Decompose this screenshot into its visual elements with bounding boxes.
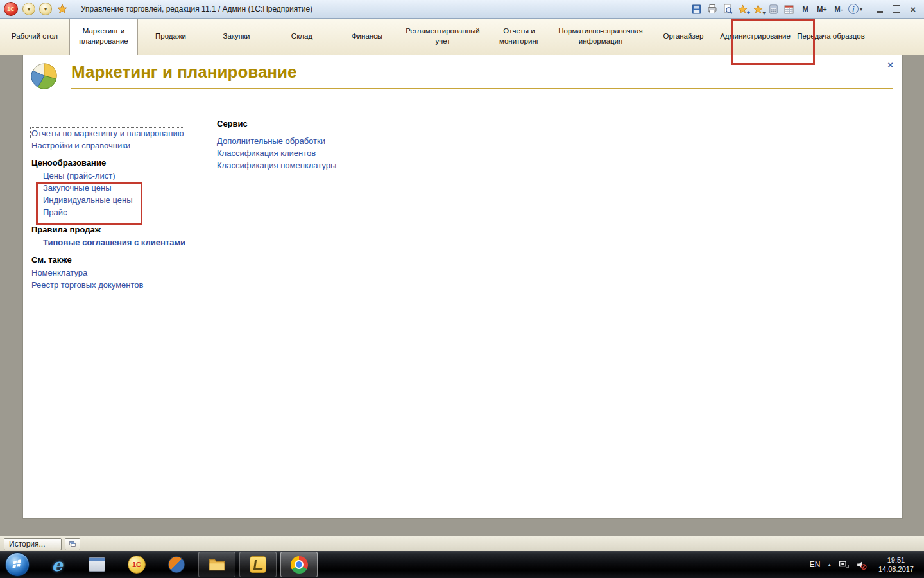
link-purchase-prices[interactable]: Закупочные цены	[43, 183, 112, 193]
start-button[interactable]	[5, 552, 30, 577]
help-menu-button[interactable]: i ▾	[848, 4, 862, 14]
tab-sample-transfer[interactable]: Передача образцов	[792, 18, 869, 55]
link-client-classification[interactable]: Классификация клиентов	[217, 148, 316, 158]
memory-button[interactable]: M	[797, 2, 814, 16]
tab-sales[interactable]: Продажи	[138, 18, 203, 55]
add-favorite-button[interactable]: +	[735, 2, 751, 16]
clock-date: 14.08.2017	[878, 565, 914, 574]
tab-regulated-accounting[interactable]: Регламентированный учет	[400, 18, 486, 55]
clock[interactable]: 19:51 14.08.2017	[878, 556, 914, 574]
workspace: Маркетинг и планирование × Отчеты по мар…	[0, 55, 924, 536]
panel-left-column: Отчеты по маркетингу и планированию Наст…	[31, 128, 218, 292]
sales-rules-header: Правила продаж	[31, 225, 218, 234]
status-bar: История...	[0, 536, 924, 552]
tab-organizer[interactable]: Органайзер	[649, 18, 718, 55]
network-status-button[interactable]	[839, 559, 850, 570]
see-also-header: См. также	[31, 255, 218, 265]
chevron-down-icon: ▾	[44, 6, 47, 12]
internet-explorer-icon: e	[51, 556, 62, 574]
system-tray: EN ▴ 19:51 14.08.2017	[810, 551, 924, 578]
chrome-icon-core	[296, 561, 302, 568]
taskbar-chrome-button[interactable]	[280, 552, 318, 577]
marketing-planning-panel: Маркетинг и планирование × Отчеты по мар…	[22, 55, 903, 519]
1c-app-icon: 1С	[128, 556, 146, 574]
link-prices-price-list[interactable]: Цены (прайс-лист)	[43, 171, 116, 180]
clock-time: 19:51	[878, 556, 914, 565]
calendar-icon	[784, 4, 794, 14]
app-window-icon	[89, 557, 105, 572]
link-nomenclature[interactable]: Номенклатура	[31, 268, 87, 277]
link-individual-prices[interactable]: Индивидуальные цены	[43, 195, 132, 205]
calculator-icon	[769, 4, 778, 14]
calculator-button[interactable]	[766, 2, 782, 16]
app-icon	[168, 556, 185, 573]
link-additional-processing[interactable]: Дополнительные обработки	[217, 136, 325, 146]
favorites-button[interactable]	[57, 4, 67, 14]
section-pie-icon	[31, 62, 58, 89]
save-icon	[692, 4, 701, 14]
1c-logo-text: 1С	[7, 6, 15, 12]
tab-desktop[interactable]: Рабочий стол	[0, 18, 69, 55]
panel-close-button[interactable]: ×	[887, 60, 893, 69]
printer-icon	[707, 4, 717, 14]
cascade-windows-icon	[69, 540, 76, 548]
volume-muted-icon	[856, 559, 867, 570]
link-settings-directories[interactable]: Настройки и справочники	[31, 141, 130, 150]
show-hidden-icons-button[interactable]: ▴	[828, 561, 831, 568]
title-underline	[71, 88, 893, 89]
print-button[interactable]	[705, 2, 720, 16]
taskbar-notes-button[interactable]	[239, 552, 277, 577]
save-button[interactable]	[689, 2, 705, 16]
close-icon: ×	[911, 4, 916, 14]
tab-administration[interactable]: Администрирование	[718, 18, 792, 55]
1c-app-label: 1С	[132, 561, 141, 568]
tab-reports-monitoring[interactable]: Отчеты и мониторинг	[486, 18, 552, 55]
titlebar: 1С ▾ ▾ Управление торговлей, редакция 11…	[0, 0, 924, 19]
chevron-down-icon: ▾	[860, 6, 862, 12]
maximize-button[interactable]	[888, 3, 905, 15]
network-icon	[839, 559, 850, 570]
minimize-icon	[877, 11, 883, 13]
chevron-down-icon: ▾	[28, 6, 30, 12]
notes-app-icon	[250, 556, 266, 573]
page-title: Маркетинг и планирование	[71, 62, 297, 82]
minimize-button[interactable]	[871, 3, 888, 15]
open-windows-button[interactable]	[65, 538, 80, 550]
link-nomenclature-classification[interactable]: Классификация номенклатуры	[217, 161, 336, 170]
titlebar-toolbar: + ▾ M M+ M- i ▾ ×	[689, 2, 924, 16]
service-section-header: Сервис	[217, 119, 422, 128]
print-preview-button[interactable]	[720, 2, 735, 16]
link-standard-client-agreements[interactable]: Типовые соглашения с клиентами	[43, 238, 185, 247]
close-window-button[interactable]: ×	[905, 3, 921, 15]
service-menu-button[interactable]: ▾	[39, 3, 52, 15]
pricing-section-header: Ценообразование	[31, 158, 218, 168]
taskbar-app-button[interactable]	[79, 552, 115, 577]
memory-minus-button[interactable]: M-	[830, 2, 847, 16]
print-preview-icon	[723, 4, 733, 14]
section-tabbar: Рабочий стол Маркетинг и планирование Пр…	[0, 18, 924, 55]
link-trade-documents-register[interactable]: Реестр торговых документов	[31, 280, 143, 290]
tab-warehouse[interactable]: Склад	[270, 18, 334, 55]
favorites-list-button[interactable]: ▾	[751, 2, 766, 16]
tab-purchases[interactable]: Закупки	[203, 18, 270, 55]
chrome-icon-ring	[295, 560, 304, 569]
taskbar-ie-button[interactable]: e	[39, 552, 75, 577]
memory-plus-button[interactable]: M+	[814, 2, 830, 16]
taskbar-app2-button[interactable]	[158, 552, 194, 577]
history-button[interactable]: История...	[4, 538, 62, 550]
link-marketing-reports[interactable]: Отчеты по маркетингу и планированию	[31, 128, 184, 138]
panel-right-column: Сервис Дополнительные обработки Классифи…	[217, 119, 422, 173]
volume-button[interactable]	[856, 559, 867, 570]
tab-reference-information[interactable]: Нормативно-справочная информация	[552, 18, 649, 55]
taskbar-1c-button[interactable]: 1С	[119, 552, 155, 577]
main-menu-button[interactable]: ▾	[22, 3, 35, 15]
tab-marketing-planning[interactable]: Маркетинг и планирование	[69, 18, 138, 55]
maximize-icon	[893, 5, 900, 13]
link-price[interactable]: Прайс	[43, 207, 67, 217]
taskbar: e 1С EN ▴ 19:51 14.08.2017	[0, 551, 924, 578]
language-indicator[interactable]: EN	[810, 560, 821, 569]
taskbar-explorer-button[interactable]	[198, 552, 235, 577]
plus-badge: +	[747, 10, 750, 16]
tab-finance[interactable]: Финансы	[334, 18, 400, 55]
calendar-button[interactable]	[782, 2, 797, 16]
